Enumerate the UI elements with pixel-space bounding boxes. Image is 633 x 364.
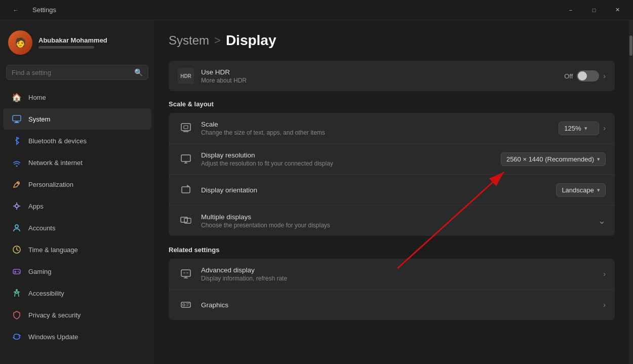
scale-row[interactable]: Scale Change the size of text, apps, and…: [169, 113, 615, 144]
sidebar-item-time[interactable]: Time & language: [3, 239, 151, 260]
sidebar-label-privacy: Privacy & security: [28, 311, 81, 319]
scale-layout-card: Scale Change the size of text, apps, and…: [169, 113, 615, 236]
multiple-displays-right: ⌄: [598, 215, 606, 226]
sidebar-item-apps[interactable]: Apps: [3, 195, 151, 217]
sidebar-item-network[interactable]: Network & internet: [3, 152, 151, 173]
resolution-icon: [178, 151, 194, 167]
toggle-knob: [578, 71, 587, 80]
sidebar-item-update[interactable]: Windows Update: [3, 326, 151, 347]
hdr-chevron: ›: [603, 72, 606, 80]
advanced-display-chevron: ›: [603, 270, 606, 278]
accounts-icon: [11, 222, 22, 233]
sidebar-item-system[interactable]: System: [3, 108, 151, 130]
user-bar: [38, 46, 94, 49]
related-settings-label: Related settings: [169, 246, 615, 254]
update-icon: [11, 331, 22, 342]
svg-rect-2: [14, 123, 19, 124]
search-input[interactable]: [12, 69, 130, 76]
content-area: System > Display HDR Use HDR More about …: [154, 20, 629, 364]
advanced-display-right: ›: [603, 270, 606, 278]
toggle-off-label: Off: [564, 72, 573, 80]
main-layout: 🧑 Abubakar Mohammed 🔍 🏠 Home System: [0, 20, 633, 364]
svg-point-10: [19, 272, 20, 273]
multiple-displays-row[interactable]: Multiple displays Choose the presentatio…: [169, 206, 615, 236]
svg-rect-0: [13, 115, 21, 121]
multiple-displays-subtitle: Choose the presentation mode for your di…: [201, 222, 591, 229]
svg-rect-15: [182, 187, 190, 193]
sidebar-item-privacy[interactable]: Privacy & security: [3, 304, 151, 326]
sidebar-item-bluetooth[interactable]: Bluetooth & devices: [3, 130, 151, 151]
scale-right: 125% ▾ ›: [559, 122, 606, 135]
accessibility-icon: [11, 288, 22, 299]
advanced-display-row[interactable]: Advanced display Display information, re…: [169, 259, 615, 290]
sidebar-item-home[interactable]: 🏠 Home: [3, 87, 151, 108]
hdr-row[interactable]: HDR Use HDR More about HDR Off ›: [169, 61, 615, 91]
sidebar-label-system: System: [28, 115, 50, 123]
sidebar-label-apps: Apps: [28, 203, 44, 210]
minimize-button[interactable]: −: [559, 0, 582, 20]
multiple-displays-text: Multiple displays Choose the presentatio…: [201, 213, 591, 229]
graphics-row[interactable]: Graphics ›: [169, 290, 615, 320]
orientation-dropdown[interactable]: Landscape ▾: [556, 183, 606, 197]
orientation-row[interactable]: Display orientation Landscape ▾: [169, 175, 615, 206]
sidebar-item-personalization[interactable]: Personalization: [3, 174, 151, 195]
search-box[interactable]: 🔍: [6, 65, 148, 80]
svg-rect-14: [181, 155, 190, 161]
home-icon: 🏠: [11, 92, 22, 103]
back-button[interactable]: ←: [4, 0, 27, 20]
hdr-toggle[interactable]: [577, 70, 599, 82]
scale-subtitle: Change the size of text, apps, and other…: [201, 129, 551, 136]
titlebar: ← Settings − □ ✕: [0, 0, 633, 20]
scale-title: Scale: [201, 120, 551, 128]
sidebar-label-network: Network & internet: [28, 159, 83, 167]
sidebar-label-home: Home: [28, 94, 46, 101]
scale-text: Scale Change the size of text, apps, and…: [201, 120, 551, 136]
sidebar-item-gaming[interactable]: Gaming: [3, 261, 151, 282]
nav-list: 🏠 Home System Bluetooth & devices Netw: [0, 86, 154, 348]
scale-dropdown-arrow: ▾: [584, 125, 587, 132]
sidebar-label-accounts: Accounts: [28, 224, 55, 232]
graphics-right: ›: [603, 301, 606, 309]
orientation-right: Landscape ▾: [556, 183, 606, 197]
resolution-title: Display resolution: [201, 151, 494, 159]
resolution-dropdown[interactable]: 2560 × 1440 (Recommended) ▾: [501, 152, 606, 166]
sidebar-item-accessibility[interactable]: Accessibility: [3, 282, 151, 304]
hdr-title: Use HDR: [201, 68, 557, 76]
privacy-icon: [11, 309, 22, 320]
sidebar-label-accessibility: Accessibility: [28, 290, 64, 297]
resolution-dropdown-arrow: ▾: [597, 156, 600, 163]
sidebar-label-time: Time & language: [28, 246, 78, 254]
advanced-display-icon: [178, 266, 194, 282]
search-icon[interactable]: 🔍: [134, 68, 143, 76]
scrollbar-thumb[interactable]: [629, 35, 632, 56]
orientation-dropdown-arrow: ▾: [597, 187, 600, 193]
sidebar-item-accounts[interactable]: Accounts: [3, 217, 151, 238]
scale-dropdown[interactable]: 125% ▾: [559, 122, 599, 135]
titlebar-controls: − □ ✕: [559, 0, 629, 20]
close-button[interactable]: ✕: [606, 0, 629, 20]
orientation-text: Display orientation: [201, 186, 549, 194]
titlebar-left: ← Settings: [4, 0, 56, 20]
orientation-title: Display orientation: [201, 186, 549, 194]
graphics-icon: [178, 297, 194, 313]
svg-point-9: [18, 271, 19, 272]
maximize-button[interactable]: □: [582, 0, 606, 20]
multiple-displays-title: Multiple displays: [201, 213, 591, 221]
breadcrumb-parent[interactable]: System: [169, 33, 209, 48]
resolution-text: Display resolution Adjust the resolution…: [201, 151, 494, 167]
titlebar-title: Settings: [32, 6, 56, 14]
orientation-icon: [178, 182, 194, 198]
user-info: Abubakar Mohammed: [38, 36, 107, 49]
scrollbar-track: [629, 20, 633, 364]
breadcrumb: System > Display: [169, 32, 615, 49]
resolution-row[interactable]: Display resolution Adjust the resolution…: [169, 144, 615, 175]
user-name: Abubakar Mohammed: [38, 36, 107, 44]
sidebar-label-update: Windows Update: [28, 333, 78, 341]
resolution-right: 2560 × 1440 (Recommended) ▾: [501, 152, 606, 166]
advanced-display-text: Advanced display Display information, re…: [201, 266, 596, 282]
svg-rect-20: [183, 304, 185, 306]
related-settings-section: Related settings Advanced display Displa…: [169, 246, 615, 320]
hdr-text: Use HDR More about HDR: [201, 68, 557, 84]
system-icon: [11, 113, 22, 125]
svg-point-11: [16, 289, 18, 291]
